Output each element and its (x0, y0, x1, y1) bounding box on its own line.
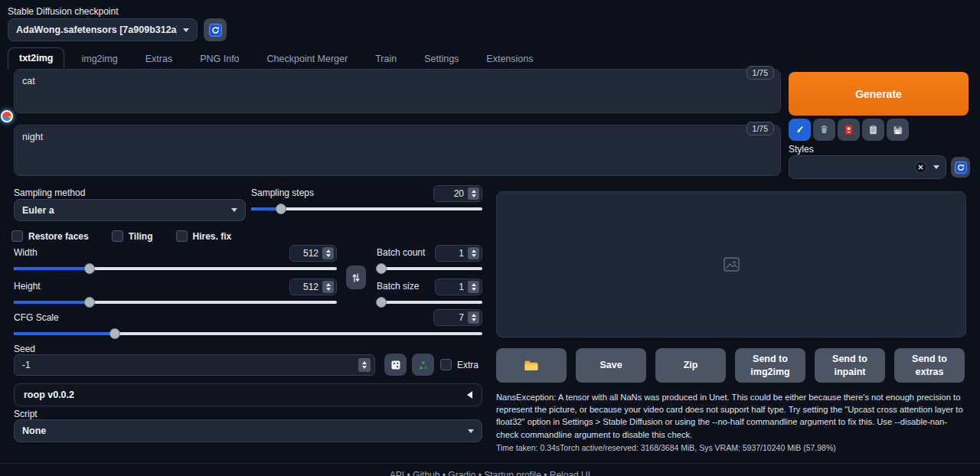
batch-size-input[interactable]: 1 (435, 279, 482, 295)
restore-faces-checkbox[interactable]: Restore faces (11, 230, 89, 242)
tab-png-info[interactable]: PNG Info (189, 49, 250, 69)
output-button-row: Save Zip Send to img2img Send to inpaint… (496, 348, 965, 383)
checkbox-icon[interactable] (440, 359, 452, 370)
roop-accordion[interactable]: roop v0.0.2 (14, 383, 482, 406)
batch-count-label: Batch count (377, 247, 425, 258)
tiling-checkbox[interactable]: Tiling (112, 230, 153, 242)
tab-txt2img[interactable]: txt2img (8, 47, 64, 69)
slider-handle[interactable] (84, 263, 95, 274)
chevron-down-icon (231, 208, 237, 212)
stepper-icon[interactable] (468, 281, 479, 293)
height-input[interactable]: 512 (289, 279, 337, 295)
checkpoint-label: Stable Diffusion checkpoint (8, 6, 119, 17)
sampling-steps-label: Sampling steps (251, 187, 314, 198)
reuse-seed-button[interactable] (412, 354, 434, 376)
batch-size-label: Batch size (377, 281, 419, 292)
sampling-method-value: Euler a (22, 205, 225, 216)
slider-handle[interactable] (376, 263, 387, 274)
output-preview-panel (496, 191, 966, 337)
clear-styles-icon[interactable] (914, 161, 927, 174)
stepper-icon[interactable] (322, 247, 334, 259)
paste-params-button[interactable] (789, 119, 811, 141)
negative-prompt-textarea[interactable]: night 1/75 (14, 125, 781, 176)
main-tab-bar: txt2img img2img Extras PNG Info Checkpoi… (8, 48, 544, 69)
refresh-styles-button[interactable] (951, 157, 970, 178)
option-checkbox-row: Restore faces Tiling Hires. fix (11, 230, 231, 242)
batch-count-input[interactable]: 1 (435, 245, 482, 262)
refresh-icon (955, 161, 967, 174)
hires-fix-checkbox[interactable]: Hires. fix (176, 230, 232, 242)
sampling-steps-slider[interactable] (251, 204, 482, 214)
seed-input[interactable]: -1 (14, 354, 375, 376)
folder-icon (524, 360, 539, 372)
checkpoint-dropdown[interactable]: AdaWong.safetensors [7a909b312a] (8, 18, 198, 41)
tab-extras[interactable]: Extras (135, 49, 183, 69)
negative-prompt-token-counter: 1/75 (746, 122, 774, 135)
chevron-down-icon (468, 429, 474, 433)
extra-seed-checkbox[interactable]: Extra (440, 359, 479, 370)
cfg-scale-label: CFG Scale (14, 312, 59, 323)
stepper-icon[interactable] (468, 311, 479, 324)
cfg-scale-slider[interactable] (14, 328, 482, 339)
slider-handle[interactable] (276, 204, 286, 214)
prompt-token-counter: 1/75 (746, 66, 774, 80)
roop-title: roop v0.0.2 (24, 390, 467, 400)
tab-train[interactable]: Train (364, 49, 407, 69)
script-dropdown[interactable]: None (14, 419, 482, 442)
tab-extensions[interactable]: Extensions (475, 49, 544, 69)
dice-icon (390, 359, 402, 371)
clear-prompt-button[interactable] (813, 119, 835, 141)
stepper-icon[interactable] (468, 247, 479, 259)
batch-count-slider[interactable] (377, 263, 482, 274)
refresh-checkpoint-button[interactable] (204, 18, 227, 41)
slider-handle[interactable] (376, 297, 387, 308)
checkbox-icon[interactable] (112, 230, 123, 242)
swap-arrows-icon (351, 272, 361, 283)
footer-links[interactable]: API • Github • Gradio • Startup profile … (0, 464, 980, 476)
time-taken-text: Time taken: 0.34sTorch active/reserved: … (496, 443, 966, 452)
sampling-steps-input[interactable]: 20 (433, 185, 482, 202)
send-to-extras-button[interactable]: Send to extras (894, 348, 965, 383)
save-style-button[interactable] (887, 119, 909, 141)
sampling-method-dropdown[interactable]: Euler a (14, 199, 246, 221)
styles-label: Styles (789, 144, 814, 155)
footer: API • Github • Gradio • Startup profile … (0, 463, 980, 476)
collapse-arrow-icon (467, 391, 472, 399)
styles-dropdown[interactable] (789, 155, 946, 179)
apply-styles-button[interactable] (862, 119, 884, 141)
tab-img2img[interactable]: img2img (70, 49, 128, 69)
tab-settings[interactable]: Settings (413, 49, 469, 69)
width-input[interactable]: 512 (289, 245, 337, 262)
slider-handle[interactable] (84, 297, 95, 308)
zip-button[interactable]: Zip (655, 348, 726, 383)
prompt-textarea[interactable]: cat 1/75 (14, 69, 781, 113)
checkbox-icon[interactable] (176, 230, 188, 242)
script-value: None (22, 425, 462, 436)
stepper-icon[interactable] (358, 358, 371, 372)
floppy-disk-icon (892, 124, 903, 135)
refresh-icon (209, 24, 222, 37)
send-to-inpaint-button[interactable]: Send to inpaint (815, 348, 885, 383)
checkbox-icon[interactable] (11, 230, 23, 242)
batch-size-slider[interactable] (377, 297, 482, 308)
tab-checkpoint-merger[interactable]: Checkpoint Merger (256, 49, 359, 69)
save-button[interactable]: Save (576, 348, 646, 383)
floating-color-badge-icon[interactable] (1, 110, 13, 122)
width-slider[interactable] (14, 263, 337, 274)
stepper-icon[interactable] (322, 281, 334, 293)
height-slider[interactable] (14, 297, 337, 308)
seed-label: Seed (14, 344, 35, 354)
generate-button[interactable]: Generate (789, 72, 969, 116)
script-label: Script (14, 409, 38, 419)
image-placeholder-icon (724, 257, 740, 272)
swap-dimensions-button[interactable] (346, 266, 366, 289)
extra-networks-button[interactable] (838, 119, 860, 141)
error-message: NansException: A tensor with all NaNs wa… (496, 391, 966, 441)
random-seed-button[interactable] (384, 354, 407, 376)
trash-icon (818, 124, 830, 135)
send-to-img2img-button[interactable]: Send to img2img (735, 348, 805, 383)
slider-handle[interactable] (109, 328, 120, 339)
stepper-icon[interactable] (468, 187, 479, 200)
cfg-scale-input[interactable]: 7 (433, 309, 482, 326)
open-folder-button[interactable] (496, 348, 567, 383)
